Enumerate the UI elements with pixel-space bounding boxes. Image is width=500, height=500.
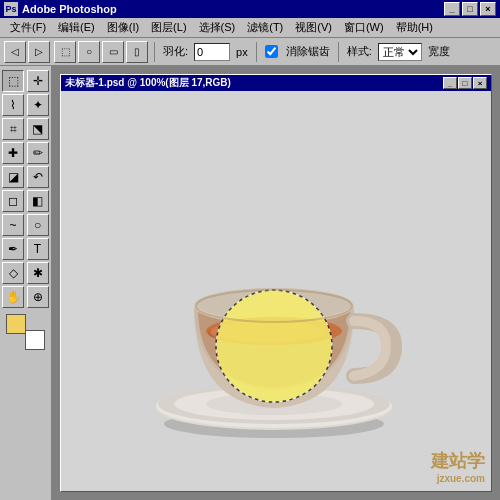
feather-unit: px (236, 46, 248, 58)
app-title-bar: Ps Adobe Photoshop _ □ × (0, 0, 500, 18)
menu-file[interactable]: 文件(F) (4, 18, 52, 37)
tool-hand[interactable]: ✋ (2, 286, 24, 308)
tool-zoom[interactable]: ⊕ (27, 286, 49, 308)
tool-pen[interactable]: ✒ (2, 238, 24, 260)
tool-marquee[interactable]: ⬚ (2, 70, 24, 92)
close-button[interactable]: × (480, 2, 496, 16)
style-select[interactable]: 正常 (378, 43, 422, 61)
menu-help[interactable]: 帮助(H) (390, 18, 439, 37)
toolbar: ◁ ▷ ⬚ ○ ▭ ▯ 羽化: px 消除锯齿 样式: 正常 宽度 (0, 38, 500, 66)
tool-crop[interactable]: ⌗ (2, 118, 24, 140)
document-canvas: 建站学 jzxue.com (61, 91, 491, 491)
forward-button[interactable]: ▷ (28, 41, 50, 63)
tool-move[interactable]: ✛ (27, 70, 49, 92)
minimize-button[interactable]: _ (444, 2, 460, 16)
doc-maximize-button[interactable]: □ (458, 77, 472, 89)
back-button[interactable]: ◁ (4, 41, 26, 63)
background-color-swatch[interactable] (25, 330, 45, 350)
menu-filter[interactable]: 滤镜(T) (241, 18, 289, 37)
rect-marquee-button[interactable]: ⬚ (54, 41, 76, 63)
tool-dodge[interactable]: ○ (27, 214, 49, 236)
foreground-color-swatch[interactable] (6, 314, 26, 334)
color-swatch-area (2, 314, 49, 350)
antialiased-label: 消除锯齿 (286, 44, 330, 59)
document-window: 未标器-1.psd @ 100%(图层 17,RGB) _ □ × (60, 74, 492, 492)
tool-heal[interactable]: ✚ (2, 142, 24, 164)
toolbox: ⬚ ✛ ⌇ ✦ ⌗ ⬔ ✚ ✏ ◪ ↶ ◻ ◧ ~ ○ ✒ T ◇ ✱ ✋ ⊕ (0, 66, 52, 500)
menu-window[interactable]: 窗口(W) (338, 18, 390, 37)
doc-title-controls: _ □ × (443, 77, 487, 89)
toolbar-divider-2 (256, 42, 257, 62)
app-icon: Ps (4, 2, 18, 16)
doc-minimize-button[interactable]: _ (443, 77, 457, 89)
maximize-button[interactable]: □ (462, 2, 478, 16)
tool-gradient[interactable]: ◧ (27, 190, 49, 212)
document-title-bar: 未标器-1.psd @ 100%(图层 17,RGB) _ □ × (61, 75, 491, 91)
row-marquee-button[interactable]: ▭ (102, 41, 124, 63)
app-title: Adobe Photoshop (22, 3, 117, 15)
tool-stamp[interactable]: ◪ (2, 166, 24, 188)
tool-eraser[interactable]: ◻ (2, 190, 24, 212)
antialiased-checkbox[interactable] (265, 45, 278, 58)
tool-history[interactable]: ↶ (27, 166, 49, 188)
menu-view[interactable]: 视图(V) (289, 18, 338, 37)
toolbar-divider-1 (154, 42, 155, 62)
toolbar-divider-3 (338, 42, 339, 62)
tool-shape[interactable]: ✱ (27, 262, 49, 284)
tool-path[interactable]: ◇ (2, 262, 24, 284)
style-label: 样式: (347, 44, 372, 59)
tool-brush[interactable]: ✏ (27, 142, 49, 164)
feather-input[interactable] (194, 43, 230, 61)
watermark: 建站学 jzxue.com (431, 451, 485, 485)
feather-label: 羽化: (163, 44, 188, 59)
toolbar-shape-group: ⬚ ○ ▭ ▯ (54, 41, 148, 63)
ellipse-marquee-button[interactable]: ○ (78, 41, 100, 63)
tool-blur[interactable]: ~ (2, 214, 24, 236)
col-marquee-button[interactable]: ▯ (126, 41, 148, 63)
canvas-area: 未标器-1.psd @ 100%(图层 17,RGB) _ □ × (52, 66, 500, 500)
tool-lasso[interactable]: ⌇ (2, 94, 24, 116)
tool-magic-wand[interactable]: ✦ (27, 94, 49, 116)
menu-select[interactable]: 选择(S) (193, 18, 242, 37)
menu-edit[interactable]: 编辑(E) (52, 18, 101, 37)
menu-bar: 文件(F) 编辑(E) 图像(I) 图层(L) 选择(S) 滤镜(T) 视图(V… (0, 18, 500, 38)
menu-image[interactable]: 图像(I) (101, 18, 145, 37)
tool-type[interactable]: T (27, 238, 49, 260)
tool-slice[interactable]: ⬔ (27, 118, 49, 140)
title-bar-controls: _ □ × (444, 2, 496, 16)
doc-close-button[interactable]: × (473, 77, 487, 89)
watermark-line2: jzxue.com (431, 473, 485, 485)
main-area: ⬚ ✛ ⌇ ✦ ⌗ ⬔ ✚ ✏ ◪ ↶ ◻ ◧ ~ ○ ✒ T ◇ ✱ ✋ ⊕ … (0, 66, 500, 500)
cup-illustration (116, 136, 436, 446)
menu-layer[interactable]: 图层(L) (145, 18, 192, 37)
width-label: 宽度 (428, 44, 450, 59)
document-title: 未标器-1.psd @ 100%(图层 17,RGB) (65, 76, 231, 90)
watermark-line1: 建站学 (431, 451, 485, 473)
toolbar-nav-group: ◁ ▷ (4, 41, 50, 63)
